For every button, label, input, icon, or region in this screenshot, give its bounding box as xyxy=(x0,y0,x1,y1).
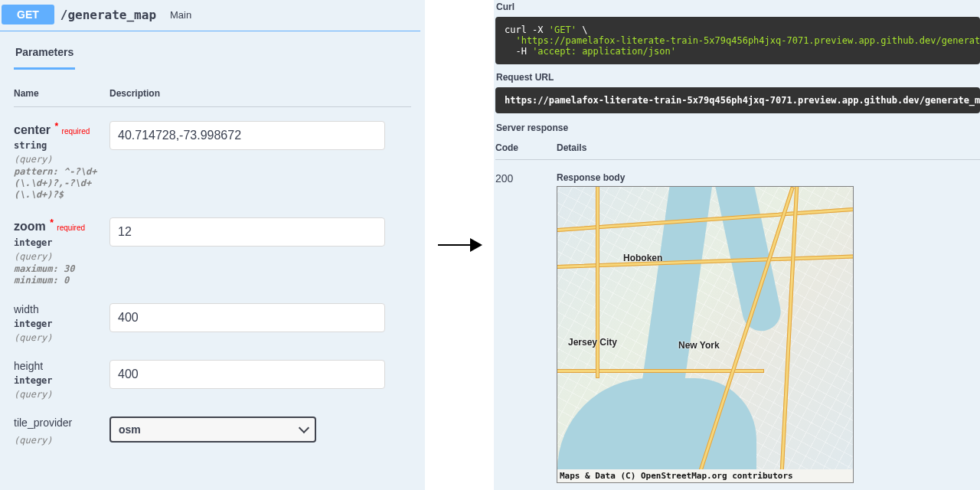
param-name: center xyxy=(14,123,51,136)
center-input[interactable] xyxy=(109,121,385,150)
endpoint-path: /generate_map xyxy=(60,8,156,22)
curl-label: Curl xyxy=(494,2,980,17)
parameters-panel: GET /generate_map Main Parameters Name D… xyxy=(0,0,425,490)
param-in: (query) xyxy=(14,251,103,262)
width-input[interactable] xyxy=(109,303,385,332)
required-star-icon: * xyxy=(54,121,58,132)
param-in: (query) xyxy=(14,154,103,165)
request-url-label: Request URL xyxy=(494,72,980,87)
map-attribution: Maps & Data (C) OpenStreetMap.org contri… xyxy=(557,469,853,482)
response-panel: Curl curl -X 'GET' \ 'https://pamelafox-… xyxy=(494,0,980,490)
required-star-icon: * xyxy=(50,217,54,228)
param-in: (query) xyxy=(14,332,103,343)
column-code-header: Code xyxy=(495,142,557,153)
http-method-badge: GET xyxy=(2,5,54,24)
param-type: integer xyxy=(14,237,103,248)
server-response-label: Server response xyxy=(494,122,980,133)
param-type: integer xyxy=(14,318,103,329)
request-url-block[interactable]: https://pamelafox-literate-train-5x79q45… xyxy=(495,87,980,113)
column-name-header: Name xyxy=(14,88,109,99)
map-label-jersey-city: Jersey City xyxy=(568,337,617,348)
param-row-tile-provider: tile_provider (query) osm xyxy=(14,416,411,446)
map-image: Hoboken Jersey City New York Maps & Data… xyxy=(557,186,854,483)
svg-marker-1 xyxy=(470,238,482,252)
header-divider xyxy=(0,31,420,31)
param-in: (query) xyxy=(14,389,103,400)
map-label-new-york: New York xyxy=(678,340,720,351)
zoom-input[interactable] xyxy=(109,217,385,247)
endpoint-summary: Main xyxy=(170,9,191,21)
param-in: (query) xyxy=(14,435,103,446)
param-row-width: width integer (query) xyxy=(14,303,411,343)
param-row-zoom: zoom * required integer (query) maximum:… xyxy=(14,217,411,286)
tile-provider-select[interactable]: osm xyxy=(109,416,316,443)
column-description-header: Description xyxy=(109,88,160,99)
chevron-down-icon: osm xyxy=(109,416,316,443)
param-row-center: center * required string (query) pattern… xyxy=(14,121,411,201)
response-code: 200 xyxy=(495,172,557,185)
param-constraint: pattern: ^-?\d+ (\.\d+)?,-?\d+ (\.\d+)?$ xyxy=(14,166,103,201)
operation-header[interactable]: GET /generate_map Main xyxy=(2,0,425,31)
arrow-right-icon xyxy=(436,236,482,254)
param-type: string xyxy=(14,140,103,151)
param-name: zoom xyxy=(14,220,46,234)
required-label: required xyxy=(57,224,85,233)
param-name: width xyxy=(14,303,103,315)
param-constraint: maximum: 30 minimum: 0 xyxy=(14,263,103,286)
arrow-divider xyxy=(425,0,494,490)
param-name: height xyxy=(14,360,103,372)
map-label-hoboken: Hoboken xyxy=(623,253,662,263)
column-details-header: Details xyxy=(557,142,586,153)
required-label: required xyxy=(62,127,90,136)
curl-code-block[interactable]: curl -X 'GET' \ 'https://pamelafox-liter… xyxy=(495,17,980,64)
param-row-height: height integer (query) xyxy=(14,360,411,400)
param-name: tile_provider xyxy=(14,416,103,429)
tab-parameters[interactable]: Parameters xyxy=(14,46,75,70)
response-body-label: Response body xyxy=(557,172,980,183)
param-type: integer xyxy=(14,375,103,386)
height-input[interactable] xyxy=(109,360,385,389)
